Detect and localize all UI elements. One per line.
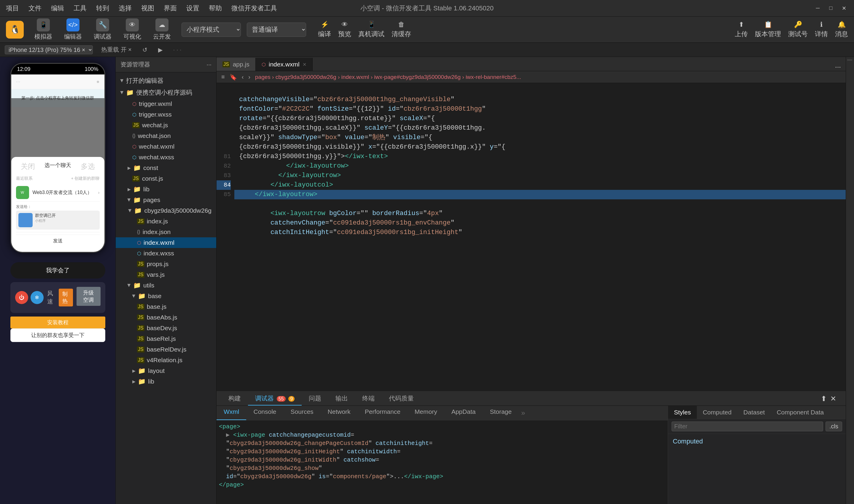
inner-tab-sources[interactable]: Sources — [284, 406, 321, 420]
nav-forward-icon[interactable]: › — [248, 74, 250, 80]
visual-button[interactable]: 👁 可视化 — [119, 16, 146, 43]
ac-heat-btn[interactable]: 制热 — [59, 289, 73, 306]
compile-select[interactable]: 普通编译 — [247, 22, 306, 37]
file-wechat-wxml[interactable]: ⬡ wechat.wxml — [116, 141, 216, 152]
inner-tab-console[interactable]: Console — [246, 406, 283, 420]
file-baseabs-js[interactable]: JS baseAbs.js — [116, 312, 216, 323]
install-button[interactable]: 安装教程 — [11, 317, 105, 328]
file-index-js[interactable]: JS index.js — [116, 216, 216, 227]
notifications-button[interactable]: 🔔消息 — [835, 21, 848, 39]
file-trigger-wxss[interactable]: ⬡ trigger.wxss — [116, 109, 216, 120]
file-baserel-js[interactable]: JS baseRel.js — [116, 334, 216, 344]
file-wechat-js[interactable]: JS wechat.js — [116, 120, 216, 130]
phone-circle[interactable]: ● — [96, 78, 100, 85]
devtool-tab-terminal[interactable]: 终端 — [355, 392, 382, 406]
bookmark-icon[interactable]: 🔖 — [230, 74, 237, 81]
menu-item-edit[interactable]: 编辑 — [51, 4, 64, 13]
debugger-button[interactable]: 🔧 调试器 — [89, 16, 116, 43]
menu-item-goto[interactable]: 转到 — [96, 4, 109, 13]
file-tree-more[interactable]: ··· — [206, 61, 212, 68]
compile-button[interactable]: ⚡编译 — [318, 21, 331, 39]
menu-item-select[interactable]: 选择 — [119, 4, 132, 13]
right-tab-component[interactable]: Component Data — [771, 406, 830, 419]
inner-tab-appdata[interactable]: AppData — [444, 406, 483, 420]
real-debug-button[interactable]: 📱真机调试 — [358, 21, 384, 39]
folder-utils[interactable]: ▶ 📁 utils — [116, 280, 216, 291]
close-button[interactable]: ✕ — [840, 4, 848, 13]
menu-item-help[interactable]: 帮助 — [209, 4, 222, 13]
upgrade-button[interactable]: 升级空调 — [76, 287, 101, 306]
maximize-button[interactable]: □ — [827, 4, 835, 13]
file-vars-js[interactable]: JS vars.js — [116, 269, 216, 280]
window-controls[interactable]: ─ □ ✕ — [814, 4, 848, 13]
inner-tab-storage[interactable]: Storage — [483, 406, 519, 420]
details-button[interactable]: ℹ详情 — [815, 21, 828, 39]
html-tree[interactable]: <page> ▶ <iwx-page catchchangepagecustom… — [217, 420, 668, 491]
ac-power-btn[interactable]: ⏻ — [15, 291, 28, 304]
ac-cool-btn[interactable]: ❄ — [31, 291, 43, 304]
menu-item-project[interactable]: 项目 — [6, 4, 19, 13]
inner-tab-wxml[interactable]: Wxml — [217, 406, 246, 420]
menu-item-view[interactable]: 视图 — [141, 4, 154, 13]
right-tab-computed[interactable]: Computed — [697, 406, 738, 419]
minimize-button[interactable]: ─ — [814, 4, 822, 13]
device-select[interactable]: iPhone 12/13 (Pro) 75% 16 × — [5, 46, 93, 54]
file-basereldev-js[interactable]: JS baseRelDev.js — [116, 344, 216, 355]
contact-item[interactable]: W Web3.0开发者交流（10人） › — [16, 184, 100, 202]
devtool-tab-quality[interactable]: 代码质量 — [382, 392, 421, 406]
file-v4relation-js[interactable]: JS v4Relation.js — [116, 355, 216, 365]
editor-button[interactable]: </> 编辑器 — [59, 16, 87, 43]
preview-button[interactable]: 👁预览 — [338, 21, 351, 39]
file-trigger-wxml[interactable]: ⬡ trigger.wxml — [116, 98, 216, 109]
right-gutter-handle[interactable]: | — [847, 59, 853, 61]
phone-dots[interactable]: ··· — [16, 78, 20, 85]
phone-screen[interactable]: ··· ● 第一步: 点击小程序右上角转发到微信群 关闭 选一个聊天 多选 — [11, 74, 104, 252]
devtool-tab-output[interactable]: 输出 — [328, 392, 355, 406]
devtool-tab-build[interactable]: 构建 — [221, 392, 248, 406]
folder-base[interactable]: ▶ 📁 base — [116, 291, 216, 301]
version-manage-button[interactable]: 📋版本管理 — [755, 21, 781, 39]
right-tab-styles[interactable]: Styles — [668, 406, 697, 419]
more-inner-tabs-icon[interactable]: » — [519, 406, 527, 420]
share-mini-button[interactable]: 让别的群友也享受一下 — [11, 328, 105, 342]
file-const-js[interactable]: JS const.js — [116, 173, 216, 184]
test-number-button[interactable]: 🔑测试号 — [788, 21, 808, 39]
file-base-js[interactable]: JS base.js — [116, 301, 216, 312]
tab-app-js[interactable]: JS app.js — [217, 58, 256, 71]
menu-bar[interactable]: 项目 文件 编辑 工具 转到 选择 视图 界面 设置 帮助 微信开发者工具 — [6, 4, 277, 13]
hot-reload-button[interactable]: 热重载 开 × — [99, 44, 134, 55]
menu-item-interface[interactable]: 界面 — [164, 4, 177, 13]
clear-cache-button[interactable]: 🗑清缓存 — [392, 21, 411, 39]
tab-index-wxml[interactable]: ⬡ index.wxml ✕ — [256, 58, 313, 71]
simulator-button[interactable]: 📱 模拟器 — [30, 16, 57, 43]
editor-content-area[interactable]: 81 82 83 84 85 catchchangeVisible="cbz6r… — [217, 83, 846, 391]
inner-tab-memory[interactable]: Memory — [407, 406, 444, 420]
share-send-btn[interactable]: 发送 — [16, 235, 100, 247]
file-index-json[interactable]: {} index.json — [116, 227, 216, 237]
folder-pages[interactable]: ▶ 📁 pages — [116, 195, 216, 205]
mode-select[interactable]: 小程序模式 — [182, 22, 241, 37]
learn-button[interactable]: 我学会了 — [11, 262, 105, 278]
project-root[interactable]: ▶ 📁 便携空调小程序源码 — [116, 87, 216, 98]
menu-item-devtools[interactable]: 微信开发者工具 — [231, 4, 277, 13]
folder-const[interactable]: ▶ 📁 const — [116, 163, 216, 173]
cloud-button[interactable]: ☁ 云开发 — [148, 16, 176, 43]
folder-lib2[interactable]: ▶ 📁 lib — [116, 376, 216, 387]
refresh-button[interactable]: ↺ — [140, 45, 150, 55]
menu-item-settings[interactable]: 设置 — [186, 4, 199, 13]
menu-item-tools[interactable]: 工具 — [74, 4, 87, 13]
folder-lib[interactable]: ▶ 📁 lib — [116, 184, 216, 195]
devtool-tab-issues[interactable]: 问题 — [302, 392, 328, 406]
close-tab-icon[interactable]: ✕ — [303, 62, 306, 67]
file-wechat-json[interactable]: {} wechat.json — [116, 130, 216, 141]
folder-layout[interactable]: ▶ 📁 layout — [116, 365, 216, 376]
file-wechat-wxss[interactable]: ⬡ wechat.wxss — [116, 152, 216, 163]
menu-item-file[interactable]: 文件 — [29, 4, 41, 13]
devtool-tab-debugger[interactable]: 调试器 55 9 — [248, 392, 302, 406]
file-basedev-js[interactable]: JS baseDev.js — [116, 323, 216, 334]
upload-button[interactable]: ⬆上传 — [735, 21, 748, 39]
cls-button[interactable]: .cls — [825, 421, 842, 431]
code-editor[interactable]: catchchangeVisible="cbz6r6ra3j50000t1hgg… — [234, 83, 846, 391]
format-icon[interactable]: ≡ — [221, 74, 225, 80]
nav-back-icon[interactable]: ‹ — [242, 74, 244, 80]
